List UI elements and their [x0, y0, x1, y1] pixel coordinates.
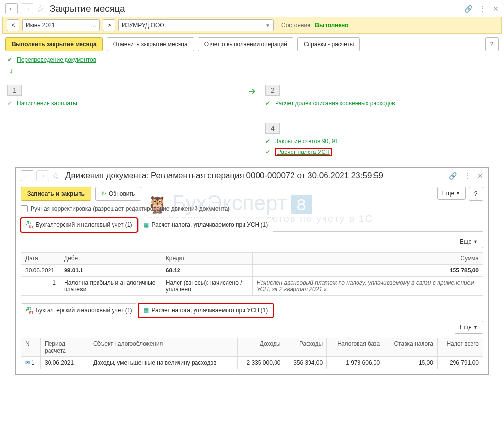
tab-usn-calc-2[interactable]: ▦ Расчет налога, уплачиваемого при УСН (…	[138, 303, 273, 317]
org-value: ИЗУМРУД ООО	[122, 22, 164, 29]
col-tax: Налог всего	[437, 338, 483, 357]
col-base: Налоговая база	[327, 338, 384, 357]
check-icon: ✔	[7, 56, 12, 63]
dialog-title: Движения документа: Регламентная операци…	[65, 171, 383, 181]
period-picker-icon[interactable]: …	[91, 22, 97, 29]
dlg-back-button[interactable]: ←	[21, 170, 33, 181]
report-button[interactable]: Отчет о выполнении операций	[198, 37, 293, 51]
col-obj: Объект налогообложения	[89, 338, 238, 357]
star-icon[interactable]: ☆	[52, 170, 60, 181]
manual-edit-label: Ручная корректировка (разрешает редактир…	[31, 205, 229, 212]
stage-4: 4 ✔ Закрытие счетов 90, 91 ✔ Расчет нало…	[265, 123, 497, 158]
salary-link[interactable]: Начисление зарплаты	[17, 100, 77, 107]
table2-more-button[interactable]: Еще▼	[455, 321, 483, 334]
check-icon: ✔	[265, 138, 270, 145]
accounting-table: Дата Дебет Кредит Сумма 30.06.2021 99.01…	[21, 252, 483, 296]
grid-icon: ▦	[144, 307, 149, 314]
check-icon: ✔	[265, 100, 270, 107]
movements-dialog: ✔ ← → ☆ Движения документа: Регламентная…	[15, 167, 489, 375]
table-row[interactable]: ✉ 1 30.06.2021 Доходы, уменьшенные на ве…	[21, 357, 483, 369]
org-dropdown-icon[interactable]: ▼	[265, 23, 270, 28]
link-icon[interactable]: 🔗	[449, 172, 457, 180]
manual-edit-checkbox[interactable]	[21, 205, 28, 212]
operations-body: ✔ Перепроведение документов ↓ 1 ✔ Начисл…	[0, 55, 504, 163]
col-debit: Дебет	[60, 253, 162, 265]
tab-usn-label: Расчет налога, уплачиваемого при УСН (1)	[151, 307, 268, 314]
col-rate: Ставка налога	[384, 338, 438, 357]
star-icon[interactable]: ☆	[36, 3, 44, 14]
col-exp: Расходы	[285, 338, 327, 357]
refresh-icon: ↻	[101, 190, 106, 197]
dtkt-icon: Дт Кт	[26, 221, 33, 229]
arrow-right-icon: ➔	[248, 86, 256, 97]
tab-usn-calc[interactable]: ▦ Расчет налога, уплачиваемого при УСН (…	[138, 218, 273, 232]
table-row[interactable]: 1 Налог на прибыль и аналогичные платежи…	[21, 277, 483, 296]
cancel-close-button[interactable]: Отменить закрытие месяца	[107, 37, 194, 51]
col-sum: Сумма	[252, 253, 483, 265]
tab-accounting-label: Бухгалтерский и налоговый учет (1)	[35, 221, 132, 228]
col-credit: Кредит	[162, 253, 252, 265]
stage-4-badge: 4	[265, 123, 280, 134]
period-next-button[interactable]: >	[103, 19, 115, 31]
col-period: Период расчета	[41, 338, 89, 357]
refs-button[interactable]: Справки - расчеты	[297, 37, 360, 51]
period-value: Июнь 2021	[26, 22, 55, 29]
check-icon: ✔	[265, 149, 270, 155]
repost-link[interactable]: Перепроведение документов	[17, 56, 96, 63]
grid-icon: ▦	[144, 221, 149, 228]
dlg-help-button[interactable]: ?	[469, 187, 483, 201]
refresh-button[interactable]: ↻Обновить	[95, 187, 141, 201]
period-prev-button[interactable]: <	[7, 19, 19, 31]
usn-link[interactable]: Расчет налога УСН	[277, 149, 330, 155]
more-button[interactable]: Еще▼	[437, 187, 466, 200]
back-button[interactable]: ←	[5, 3, 18, 14]
dlg-forward-button[interactable]: →	[36, 170, 49, 181]
period-bar: < Июнь 2021 … > ИЗУМРУД ООО ▼ Состояние:…	[2, 17, 502, 34]
help-button[interactable]: ?	[485, 37, 499, 51]
close-icon[interactable]: ✕	[477, 172, 483, 180]
usn-table: N Период расчета Объект налогообложения …	[21, 338, 483, 369]
table-row[interactable]: 30.06.2021 99.01.1 68.12 155 785,00	[21, 265, 483, 277]
col-n: N	[21, 338, 41, 357]
tab-accounting-label: Бухгалтерский и налоговый учет (1)	[35, 307, 132, 314]
col-income: Доходы	[237, 338, 285, 357]
tab-usn-label: Расчет налога, уплачиваемого при УСН (1)	[151, 221, 268, 228]
check-icon: ✔	[7, 100, 12, 107]
stage-1-badge: 1	[7, 85, 22, 96]
save-close-button[interactable]: Записать и закрыть	[21, 187, 91, 201]
link-icon[interactable]: 🔗	[464, 5, 472, 13]
arrow-down-icon: ↓	[9, 67, 497, 75]
close9091-link[interactable]: Закрытие счетов 90, 91	[275, 138, 338, 145]
stage-1: 1 ✔ Начисление зарплаты	[7, 85, 239, 108]
indirect-link[interactable]: Расчет долей списания косвенных расходов	[275, 100, 395, 107]
org-input[interactable]: ИЗУМРУД ООО ▼	[118, 19, 274, 31]
state-value: Выполнено	[315, 22, 348, 29]
dtkt-icon: Дт Кт	[26, 306, 33, 314]
period-input[interactable]: Июнь 2021 …	[22, 19, 100, 31]
main-titlebar: ← → ☆ Закрытие месяца 🔗 ⋮ ✕	[0, 0, 504, 17]
kebab-icon[interactable]: ⋮	[464, 172, 471, 180]
close-icon[interactable]: ✕	[493, 5, 499, 13]
tab-accounting[interactable]: Дт Кт Бухгалтерский и налоговый учет (1)	[21, 218, 137, 232]
state-label: Состояние:	[281, 22, 312, 29]
forward-button[interactable]: →	[21, 3, 33, 14]
envelope-icon: ✉	[25, 360, 30, 366]
stage-2-badge: 2	[265, 85, 280, 96]
table1-more-button[interactable]: Еще▼	[455, 236, 483, 248]
page-title: Закрытие месяца	[50, 3, 125, 14]
col-date: Дата	[21, 253, 60, 265]
run-close-button[interactable]: Выполнить закрытие месяца	[5, 37, 103, 51]
tab-accounting-2[interactable]: Дт Кт Бухгалтерский и налоговый учет (1)	[21, 303, 137, 317]
main-toolbar: Выполнить закрытие месяца Отменить закры…	[0, 34, 504, 55]
kebab-icon[interactable]: ⋮	[479, 5, 486, 13]
stage-2: 2 ✔ Расчет долей списания косвенных расх…	[265, 85, 497, 108]
